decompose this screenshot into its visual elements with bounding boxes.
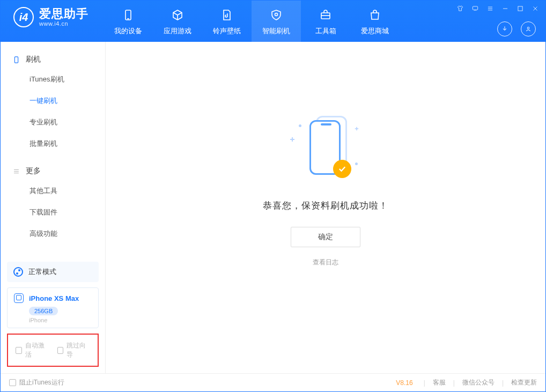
spark-icon (290, 137, 294, 142)
checkbox-block-itunes-label: 阻止iTunes运行 (19, 378, 64, 387)
svg-rect-6 (473, 6, 477, 10)
footer: 阻止iTunes运行 V8.16 | 客服 | 微信公众号 | 检查更新 (1, 373, 545, 391)
status-card[interactable]: 正常模式 (7, 262, 99, 282)
list-icon (12, 167, 20, 175)
check-badge-icon (333, 160, 351, 178)
dot-icon (355, 162, 358, 165)
download-button[interactable] (497, 21, 512, 36)
titlebar-actions (455, 4, 540, 13)
tab-toolbox[interactable]: 工具箱 (301, 1, 350, 42)
options-highlight-box: 自动激活 跳过向导 (7, 334, 99, 367)
checkbox-icon (9, 379, 16, 386)
music-file-icon (220, 8, 234, 22)
status-mode-label: 正常模式 (28, 267, 56, 277)
spark-icon (355, 127, 358, 130)
close-button[interactable] (530, 4, 540, 13)
device-name: iPhone XS Max (29, 294, 79, 302)
device-row: iPhone XS Max (14, 293, 92, 303)
nav-tabs: 我的设备 应用游戏 铃声壁纸 智能刷机 工具箱 爱思商城 (104, 1, 400, 42)
device-icon (14, 293, 24, 303)
sidebar-item-itunes[interactable]: iTunes刷机 (1, 69, 105, 90)
view-log-link[interactable]: 查看日志 (313, 258, 338, 267)
toolbox-icon (319, 8, 333, 22)
brand-subtitle: www.i4.cn (39, 20, 88, 27)
checkbox-auto-activate[interactable]: 自动激活 (16, 341, 49, 359)
support-link[interactable]: 客服 (433, 378, 446, 387)
device-icon (121, 8, 135, 22)
sidebar-item-firmware[interactable]: 下载固件 (1, 202, 105, 223)
header-right-actions (497, 21, 536, 36)
device-card[interactable]: iPhone XS Max 256GB iPhone (7, 287, 99, 328)
maximize-button[interactable] (515, 4, 525, 13)
update-link[interactable]: 检查更新 (511, 378, 537, 387)
svg-rect-11 (518, 6, 522, 11)
sidebar-group-flash: 刷机 (1, 50, 105, 69)
svg-point-15 (527, 27, 529, 29)
sidebar-group-more-label: 更多 (26, 166, 41, 176)
tab-apps-label: 应用游戏 (164, 26, 191, 36)
tab-toolbox-label: 工具箱 (315, 26, 336, 36)
main-content: 恭喜您，保资料刷机成功啦！ 确定 查看日志 (106, 42, 545, 373)
sidebar: 刷机 iTunes刷机 一键刷机 专业刷机 批量刷机 更多 其他工具 下载固件 … (1, 42, 106, 373)
body: 刷机 iTunes刷机 一键刷机 专业刷机 批量刷机 更多 其他工具 下载固件 … (1, 42, 545, 373)
separator: | (502, 379, 504, 387)
checkbox-auto-activate-label: 自动激活 (25, 341, 49, 359)
checkbox-icon (57, 347, 64, 354)
gear-shield-icon (269, 8, 283, 22)
version-label: V8.16 (396, 379, 412, 387)
status-mode-icon (13, 267, 23, 277)
phone-outline-icon (12, 56, 20, 64)
tab-ringtone[interactable]: 铃声壁纸 (202, 1, 252, 42)
success-message: 恭喜您，保资料刷机成功啦！ (263, 199, 388, 212)
device-storage-badge: 256GB (29, 307, 58, 315)
separator: | (453, 379, 455, 387)
tab-flash[interactable]: 智能刷机 (252, 1, 301, 42)
sidebar-item-pro[interactable]: 专业刷机 (1, 112, 105, 133)
tab-ringtone-label: 铃声壁纸 (213, 26, 241, 36)
checkbox-icon (16, 347, 22, 354)
footer-right: V8.16 | 客服 | 微信公众号 | 检查更新 (396, 378, 537, 387)
sidebar-item-advanced[interactable]: 高级功能 (1, 223, 105, 245)
sidebar-item-oneclick[interactable]: 一键刷机 (1, 90, 105, 112)
svg-rect-16 (14, 56, 18, 62)
checkbox-skip-guide[interactable]: 跳过向导 (57, 341, 91, 359)
minimize-button[interactable] (500, 4, 510, 13)
menu-icon[interactable] (485, 4, 495, 13)
sidebar-item-batch[interactable]: 批量刷机 (1, 133, 105, 154)
tab-apps[interactable]: 应用游戏 (153, 1, 202, 42)
checkbox-block-itunes[interactable]: 阻止iTunes运行 (9, 378, 64, 387)
tab-device-label: 我的设备 (114, 26, 142, 36)
feedback-icon[interactable] (470, 4, 480, 13)
sidebar-item-other[interactable]: 其他工具 (1, 180, 105, 202)
tab-device[interactable]: 我的设备 (104, 1, 153, 42)
skin-icon[interactable] (455, 4, 465, 13)
brand-title: 爱思助手 (39, 8, 88, 20)
success-illustration (293, 116, 358, 180)
separator: | (424, 379, 425, 387)
app-window: i4 爱思助手 www.i4.cn 我的设备 应用游戏 铃声壁纸 智能刷机 (0, 0, 546, 392)
sidebar-group-flash-label: 刷机 (26, 55, 41, 64)
sidebar-group-more: 更多 (1, 162, 105, 180)
header: i4 爱思助手 www.i4.cn 我的设备 应用游戏 铃声壁纸 智能刷机 (1, 1, 545, 42)
user-button[interactable] (521, 21, 536, 36)
ok-button[interactable]: 确定 (291, 227, 360, 247)
brand: i4 爱思助手 www.i4.cn (1, 1, 98, 27)
tab-flash-label: 智能刷机 (262, 26, 290, 36)
svg-point-3 (275, 13, 278, 16)
sidebar-bottom: 正常模式 iPhone XS Max 256GB iPhone 自动激活 跳过向… (1, 262, 105, 373)
dot-icon (299, 124, 301, 127)
tab-store[interactable]: 爱思商城 (350, 1, 400, 42)
checkbox-skip-guide-label: 跳过向导 (67, 341, 90, 359)
device-type: iPhone (29, 317, 92, 323)
brand-logo-icon: i4 (13, 7, 34, 27)
wechat-link[interactable]: 微信公众号 (462, 378, 495, 387)
bag-icon (368, 8, 382, 22)
tab-store-label: 爱思商城 (361, 26, 389, 36)
brand-text: 爱思助手 www.i4.cn (39, 8, 88, 27)
cube-icon (171, 8, 185, 22)
